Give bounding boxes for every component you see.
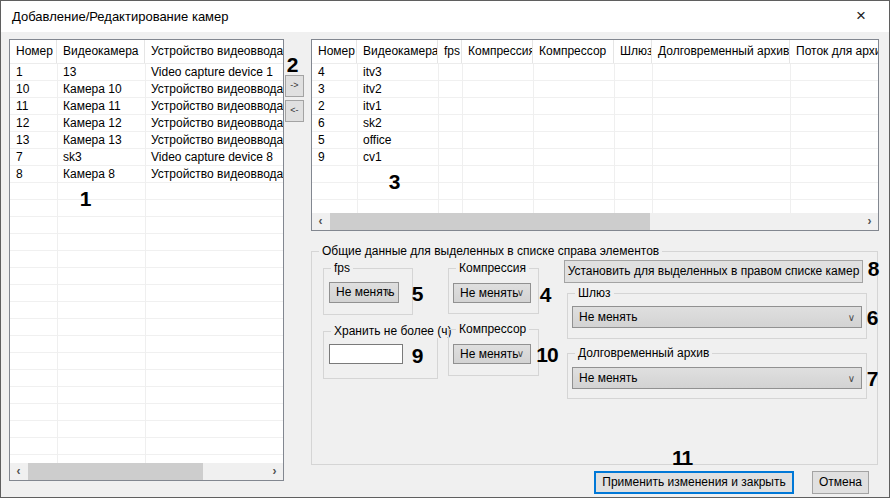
chevron-left-icon[interactable]: ‹: [10, 463, 27, 480]
column-separator: [462, 64, 463, 213]
longterm-archive-select[interactable]: Не менять ∨: [572, 367, 862, 389]
column-separator: [145, 64, 146, 463]
column-header[interactable]: Долговременный архив: [652, 40, 790, 63]
table-cell: 13: [57, 64, 145, 81]
chevron-down-icon: ∨: [517, 345, 524, 363]
table-row[interactable]: 2 itv1: [312, 98, 878, 115]
horizontal-scrollbar[interactable]: ‹ ›: [312, 213, 878, 230]
scrollbar-thumb[interactable]: [28, 463, 203, 480]
dialog-add-edit-cameras: Добавление/Редактирование камер × Номер …: [0, 0, 890, 498]
chevron-down-icon: ∨: [385, 283, 392, 302]
annotation-8: 8: [868, 258, 879, 279]
move-left-button[interactable]: <-: [285, 100, 304, 122]
table-row[interactable]: 13 Камера 13 Устройство видеоввода 1: [10, 132, 283, 149]
page-title: Добавление/Редактирование камер: [12, 1, 229, 32]
compressor-selected-value: Не менять: [460, 345, 518, 363]
column-header[interactable]: Видеокамера: [57, 40, 145, 63]
column-header[interactable]: fps: [438, 40, 462, 63]
gateway-selected-value: Не менять: [579, 307, 637, 327]
chevron-left-icon[interactable]: ‹: [312, 213, 329, 230]
table-cell: Устройство видеоввода 1: [145, 81, 283, 98]
table-cell: Камера 10: [57, 81, 145, 98]
column-header[interactable]: Шлюз: [614, 40, 652, 63]
table-cell: cv1: [357, 149, 438, 166]
chevron-right-icon[interactable]: ›: [861, 213, 878, 230]
column-separator: [438, 64, 439, 213]
table-row[interactable]: 11 Камера 11 Устройство видеоввода 1: [10, 98, 283, 115]
table-row[interactable]: 3 itv2: [312, 81, 878, 98]
compressor-select[interactable]: Не менять ∨: [453, 344, 531, 364]
chevron-down-icon: ∨: [848, 307, 855, 327]
table-row[interactable]: 4 itv3: [312, 64, 878, 81]
column-header[interactable]: Номер: [312, 40, 357, 63]
longterm-archive-label: Долговременный архив: [575, 346, 712, 360]
column-header[interactable]: Компрессия: [462, 40, 533, 63]
table-row[interactable]: 9 cv1: [312, 149, 878, 166]
table-cell: 4: [312, 64, 357, 81]
groupbox-title: Общие данные для выделенных в списке спр…: [319, 244, 662, 258]
scrollbar-thumb[interactable]: [330, 213, 650, 230]
column-header[interactable]: Поток для архив: [790, 40, 878, 63]
column-header[interactable]: Устройство видеоввода: [145, 40, 283, 63]
column-separator: [614, 64, 615, 213]
table-cell: 9: [312, 149, 357, 166]
annotation-2: 2: [287, 54, 298, 75]
selected-cameras-table: Номер Видеокамера fps Компрессия Компрес…: [311, 39, 879, 231]
table-cell: itv3: [357, 64, 438, 81]
annotation-1: 1: [80, 188, 91, 209]
table-row[interactable]: 10 Камера 10 Устройство видеоввода 1: [10, 81, 283, 98]
apply-and-close-button[interactable]: Применить изменения и закрыть: [594, 471, 794, 494]
table-row[interactable]: 8 Камера 8 Устройство видеоввода 9: [10, 166, 283, 183]
table-cell: office: [357, 132, 438, 149]
annotation-4: 4: [540, 284, 551, 305]
compression-select[interactable]: Не менять ∨: [453, 283, 531, 303]
column-separator: [652, 64, 653, 213]
available-cameras-table: Номер Видеокамера Устройство видеоввода …: [9, 39, 284, 481]
close-icon[interactable]: ×: [841, 1, 881, 32]
table-cell: Устройство видеоввода 1: [145, 115, 283, 132]
annotation-3: 3: [389, 171, 400, 192]
table-cell: Video capture device 1: [145, 64, 283, 81]
chevron-right-icon[interactable]: ›: [266, 463, 283, 480]
store-hours-label: Хранить не более (ч): [331, 324, 455, 338]
table-cell: 8: [10, 166, 57, 183]
table-cell: 13: [10, 132, 57, 149]
table-row[interactable]: 12 Камера 12 Устройство видеоввода 1: [10, 115, 283, 132]
table-cell: 5: [312, 132, 357, 149]
longterm-archive-selected-value: Не менять: [579, 368, 637, 388]
table-cell: 11: [10, 98, 57, 115]
apply-to-selected-button[interactable]: Установить для выделенных в правом списк…: [564, 260, 863, 283]
column-header[interactable]: Компрессор: [533, 40, 614, 63]
table-cell: 3: [312, 81, 357, 98]
table-row[interactable]: 5 office: [312, 132, 878, 149]
table-cell: 10: [10, 81, 57, 98]
gateway-label: Шлюз: [575, 286, 614, 300]
annotation-7: 7: [867, 368, 878, 389]
column-header[interactable]: Номер: [10, 40, 57, 63]
table-cell: sk3: [57, 149, 145, 166]
horizontal-scrollbar[interactable]: ‹ ›: [10, 463, 283, 480]
fps-select[interactable]: Не менять ∨: [329, 282, 399, 303]
title-bar: Добавление/Редактирование камер ×: [1, 1, 889, 32]
table-cell: Устройство видеоввода 9: [145, 166, 283, 183]
column-header[interactable]: Видеокамера: [357, 40, 438, 63]
move-right-button[interactable]: ->: [285, 75, 304, 97]
fps-label: fps: [331, 261, 353, 275]
table-row[interactable]: 7 sk3 Video capture device 8: [10, 149, 283, 166]
column-separator: [57, 64, 58, 463]
cancel-button[interactable]: Отмена: [812, 471, 869, 494]
table-cell: 12: [10, 115, 57, 132]
table-cell: 7: [10, 149, 57, 166]
table-cell: Камера 11: [57, 98, 145, 115]
gateway-select[interactable]: Не менять ∨: [572, 306, 862, 328]
compressor-label: Компрессор: [456, 322, 529, 336]
table-cell: itv2: [357, 81, 438, 98]
table-cell: 1: [10, 64, 57, 81]
table-body: 1 13 Video capture device 1 10 Камера 10…: [10, 64, 283, 463]
store-hours-input[interactable]: [329, 344, 403, 364]
table-row[interactable]: 1 13 Video capture device 1: [10, 64, 283, 81]
compression-label: Компрессия: [456, 261, 529, 275]
column-separator: [357, 64, 358, 213]
compression-selected-value: Не менять: [460, 284, 518, 302]
table-row[interactable]: 6 sk2: [312, 115, 878, 132]
